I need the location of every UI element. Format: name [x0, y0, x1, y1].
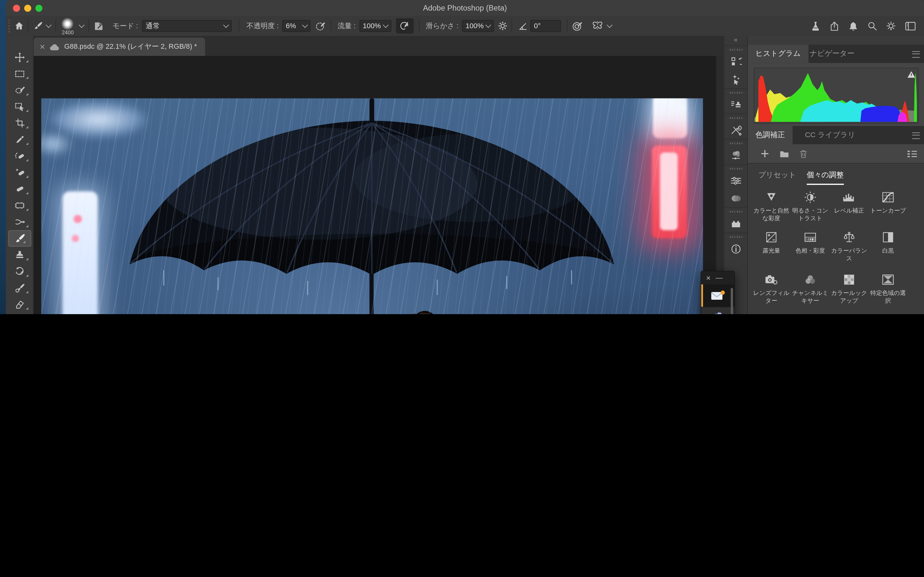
nik-item-messages[interactable] — [701, 284, 734, 308]
adjustments-view-list-icon[interactable] — [907, 150, 918, 157]
panels-collapse-chevrons[interactable]: « — [724, 36, 747, 45]
smoothing-options-gear-icon[interactable] — [494, 21, 511, 31]
adjustment-black-white[interactable]: 白黒 — [870, 230, 906, 254]
brush-angle-input[interactable]: 0° — [530, 20, 561, 32]
discover-lightbulb-icon[interactable] — [886, 21, 895, 31]
cloud-document-icon — [49, 43, 60, 50]
object-selection-tool[interactable] — [6, 98, 33, 115]
symmetry-butterfly-icon[interactable] — [588, 21, 607, 31]
nik-minimize-icon[interactable]: — — [716, 276, 722, 279]
tab-cc-libraries[interactable]: CC ライブラリ — [797, 126, 863, 144]
smoothing-input[interactable]: 100% — [462, 20, 494, 32]
clone-stamp-tool[interactable] — [6, 247, 33, 263]
clone-source-panel-icon[interactable] — [724, 96, 748, 113]
history-brush-tool[interactable] — [6, 263, 33, 279]
healing-brush-tool[interactable] — [6, 181, 33, 197]
share-icon[interactable] — [830, 21, 839, 31]
adjustment-color-balance[interactable]: カラーバランス — [831, 230, 867, 262]
histogram-warning-icon[interactable] — [907, 71, 916, 78]
adjustments-panel-menu-icon[interactable] — [912, 132, 920, 139]
pressure-opacity-icon[interactable] — [310, 21, 330, 31]
workspace-switcher-icon[interactable] — [905, 21, 916, 31]
brush-tool-preset-icon[interactable] — [30, 21, 47, 31]
brush-preset-picker[interactable]: 2400 — [56, 16, 79, 36]
adjustment-color-lookup[interactable]: カラールックアップ — [831, 272, 867, 304]
brush-angle-icon — [515, 21, 530, 31]
blend-mode-select[interactable]: 通常 — [142, 20, 232, 32]
opacity-input[interactable]: 6% — [282, 20, 310, 32]
generative-panel-icon[interactable] — [724, 71, 748, 88]
symmetry-chevron-icon[interactable] — [607, 22, 612, 28]
histogram-panel-menu-icon[interactable] — [912, 51, 920, 58]
adjustment-curves[interactable]: トーンカーブ — [870, 190, 906, 214]
tab-navigator[interactable]: ナビゲーター — [802, 45, 863, 63]
subtab-individual-adjustments[interactable]: 個々の調整 — [806, 170, 843, 185]
zoom-window-button[interactable] — [35, 5, 42, 12]
adjustment-exposure[interactable]: 露光量 — [753, 230, 790, 254]
document-tab[interactable]: ✕ G88.psdc @ 22.1% (レイヤー 2, RGB/8) * — [34, 38, 205, 56]
close-document-icon[interactable]: ✕ — [39, 43, 45, 51]
color-mixer-panel-icon[interactable] — [724, 147, 748, 164]
selection-brush-tool[interactable] — [6, 82, 33, 98]
flow-label: 流量 : — [338, 21, 355, 31]
exposure-icon — [766, 231, 777, 243]
adjustment-selective-color[interactable]: 特定色域の選択 — [870, 272, 906, 304]
opacity-label: 不透明度 : — [246, 21, 278, 31]
adjustment-hue-saturation[interactable]: 色相・彩度 — [792, 230, 829, 254]
lens-panel-icon[interactable] — [724, 189, 748, 207]
flow-input[interactable]: 100% — [359, 20, 391, 32]
window-title: Adobe Photoshop (Beta) — [6, 0, 924, 16]
close-window-button[interactable] — [13, 5, 20, 12]
channel-mixer-icon — [803, 274, 817, 285]
black-white-icon — [882, 231, 894, 243]
adjustment-channel-mixer[interactable]: チャンネルミキサー — [792, 272, 829, 304]
mixer-brush-tool[interactable] — [6, 279, 33, 296]
nik-scrollbar-thumb[interactable] — [731, 288, 733, 314]
airbrush-toggle-icon[interactable] — [396, 18, 413, 34]
search-icon[interactable] — [867, 21, 877, 31]
adjustment-vibrance[interactable]: カラーと自然な彩度 — [753, 190, 790, 222]
adjustment-photo-filter[interactable]: レンズフィルター — [753, 272, 790, 304]
eyedropper-tool[interactable] — [6, 131, 33, 148]
gradient-tool[interactable] — [6, 313, 33, 314]
version-history-panel-icon[interactable] — [724, 53, 748, 71]
photoshop-window: Adobe Photoshop (Beta) 2400 モード : — [0, 0, 924, 314]
color-lookup-icon — [843, 274, 855, 285]
home-icon[interactable] — [10, 21, 27, 31]
tool-options-panel-icon[interactable] — [724, 121, 748, 139]
new-group-folder-icon[interactable] — [780, 150, 789, 157]
brush-picker-chevron-icon[interactable] — [79, 22, 84, 28]
eraser-tool[interactable] — [6, 296, 33, 313]
adjustment-brightness-contrast[interactable]: 明るさ・コントラスト — [792, 190, 829, 222]
toggle-brush-settings-icon[interactable] — [89, 21, 108, 31]
content-aware-move-tool[interactable] — [6, 214, 33, 230]
crop-tool[interactable] — [6, 115, 33, 131]
histogram-tab-row: ヒストグラム ナビゲーター — [748, 45, 924, 63]
adjustment-levels[interactable]: レベル補正 — [831, 190, 867, 214]
tab-color-adjustments[interactable]: 色調補正 — [748, 126, 793, 144]
marquee-tool[interactable] — [6, 65, 33, 82]
photo-filter-icon — [764, 274, 779, 285]
spot-healing-tool[interactable] — [6, 164, 33, 181]
brush-preset-chevron-icon[interactable] — [45, 22, 51, 28]
tab-histogram[interactable]: ヒストグラム — [748, 45, 809, 63]
subtab-presets[interactable]: プリセット — [758, 170, 796, 180]
add-adjustment-icon[interactable] — [761, 150, 769, 158]
move-tool[interactable] — [6, 49, 33, 65]
properties-sliders-panel-icon[interactable] — [724, 172, 748, 189]
document-tab-bar: ✕ G88.psdc @ 22.1% (レイヤー 2, RGB/8) * — [34, 36, 724, 56]
notifications-bell-icon[interactable] — [849, 21, 858, 31]
remove-tool[interactable] — [6, 148, 33, 164]
plugins-brick-panel-icon[interactable] — [724, 215, 748, 232]
pressure-size-icon[interactable] — [567, 21, 588, 31]
beta-flask-icon[interactable] — [811, 21, 820, 31]
minimize-window-button[interactable] — [24, 5, 31, 12]
nik-close-icon[interactable]: ✕ — [706, 275, 711, 281]
photo-rainy-street-umbrella[interactable] — [41, 98, 703, 314]
document-canvas[interactable] — [34, 56, 716, 314]
patch-tool[interactable] — [6, 197, 33, 213]
brush-tip-preview — [61, 18, 74, 30]
nik-item-presets[interactable] — [701, 308, 734, 314]
brush-tool[interactable] — [8, 230, 31, 247]
info-panel-icon[interactable] — [724, 240, 748, 258]
